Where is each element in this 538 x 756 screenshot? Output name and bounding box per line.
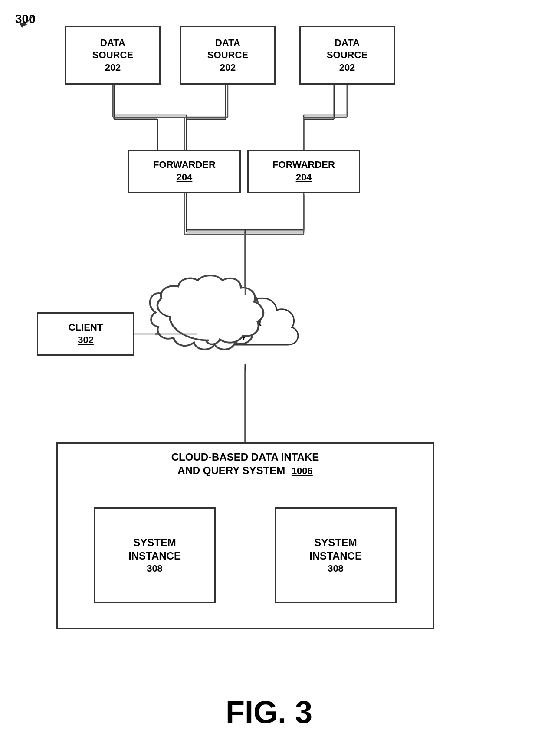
data-source-1: DATA SOURCE 202: [65, 26, 161, 85]
diagram-lines: [0, 0, 538, 756]
system-instance-2: SYSTEM INSTANCE 308: [275, 507, 397, 603]
system-instance-1: SYSTEM INSTANCE 308: [94, 507, 216, 603]
data-source-3: DATA SOURCE 202: [299, 26, 395, 85]
network-label: NETWORK 304: [213, 317, 262, 344]
forwarder-1: FORWARDER 204: [128, 150, 241, 193]
diagram-lines-clean: [0, 0, 538, 756]
network-cloud-shape: [0, 0, 538, 756]
cloud-system-label: CLOUD-BASED DATA INTAKE AND QUERY SYSTEM…: [64, 450, 426, 478]
data-source-2: DATA SOURCE 202: [180, 26, 276, 85]
diagram-container: 300 DATA SOURCE 202 DATA SOURCE 202 DATA…: [0, 0, 538, 756]
cloud-system-box: CLOUD-BASED DATA INTAKE AND QUERY SYSTEM…: [56, 442, 434, 629]
forwarder-2: FORWARDER 204: [247, 150, 360, 193]
network-cloud: [0, 0, 538, 756]
diagram-arrow: [15, 12, 50, 34]
client-node: CLIENT 302: [37, 312, 134, 356]
figure-label: FIG. 3: [0, 694, 538, 730]
connection-lines-top: [0, 0, 538, 756]
